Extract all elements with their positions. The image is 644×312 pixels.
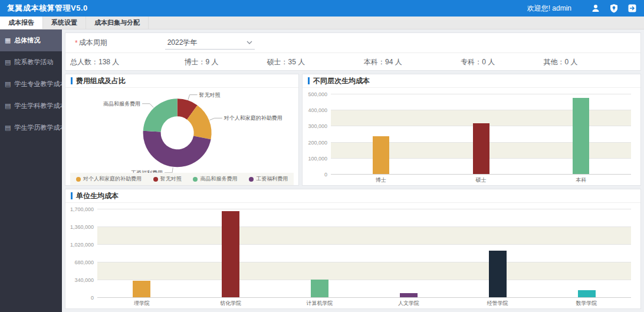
sidebar-item-label: 总体情况	[14, 36, 40, 45]
tab-1[interactable]: 系统设置	[43, 17, 86, 29]
card-title: 费用组成及占比	[65, 74, 298, 88]
welcome-text: 欢迎您! admin	[527, 4, 571, 14]
cost-period-form: * 成本周期 2022学年	[65, 33, 640, 52]
user-icon[interactable]	[590, 4, 600, 14]
y-axis-tick-label: 200,000	[303, 140, 327, 146]
cost-period-select[interactable]: 2022学年	[165, 37, 255, 50]
split-area-band	[97, 226, 631, 244]
sidebar-item-2[interactable]: ▤学生专业教学成本	[0, 73, 62, 95]
gridline	[97, 297, 631, 298]
x-axis-tick-label: 理学院	[134, 300, 150, 307]
bar-理学院[interactable]	[133, 281, 150, 297]
bar-本科[interactable]	[573, 98, 589, 174]
menu-item-icon: ▤	[5, 58, 11, 66]
donut-slice-label: 商品和服务费用	[103, 101, 140, 107]
gridline	[331, 174, 631, 175]
x-axis-tick-label: 数学学院	[576, 300, 597, 307]
sidebar-item-4[interactable]: ▤学生学历教学成本	[0, 117, 62, 139]
stat-5: 其他：0 人	[544, 57, 640, 67]
filter-stats-card: * 成本周期 2022学年 总人数：138 人博士：9 人硕士：35 人本科：9…	[65, 32, 641, 71]
unit-cost-card: 单位生均成本 0340,000680,0001,020,0001,360,000…	[65, 189, 641, 309]
stat-2: 硕士：35 人	[267, 57, 364, 67]
y-axis-tick-label: 1,360,000	[65, 224, 94, 230]
legend-label: 商品和服务费用	[200, 175, 237, 183]
legend-item-0[interactable]: 对个人和家庭的补助费用	[76, 175, 142, 183]
x-axis-tick-label: 硕士	[476, 176, 487, 184]
sidebar-item-label: 院系教学活动	[14, 58, 53, 67]
legend-label: 暂无对照	[160, 175, 182, 183]
expense-composition-card: 费用组成及占比 暂无对照对个人和家庭的补助费用工资福利费用商品和服务费用 对个人…	[65, 74, 299, 186]
legend-label: 工资福利费用	[256, 175, 288, 183]
x-axis-tick-label: 人文学院	[398, 300, 419, 307]
y-axis-tick-label: 340,000	[65, 277, 94, 283]
legend-item-3[interactable]: 工资福利费用	[249, 175, 288, 183]
gridline	[97, 209, 631, 209]
shield-icon[interactable]	[609, 4, 619, 14]
tab-0[interactable]: 成本报告	[0, 17, 43, 29]
legend-item-1[interactable]: 暂无对照	[153, 175, 182, 183]
menu-item-icon: ▤	[5, 102, 11, 110]
sidebar-item-label: 学生学科教学成本	[14, 101, 66, 110]
bar-数学学院[interactable]	[578, 290, 596, 297]
stat-0: 总人数：138 人	[70, 57, 184, 67]
sidebar-item-1[interactable]: ▤院系教学活动	[0, 51, 62, 73]
gridline	[97, 262, 631, 262]
bar-硕士[interactable]	[473, 123, 489, 174]
unit-cost-bar-chart: 0340,000680,0001,020,0001,360,0001,700,0…	[65, 203, 640, 308]
app-header: 复翼成本核算管理V5.0 欢迎您! admin	[0, 0, 644, 17]
donut-legend: 对个人和家庭的补助费用暂无对照商品和服务费用工资福利费用	[70, 173, 294, 185]
app-title: 复翼成本核算管理V5.0	[7, 3, 88, 14]
y-axis-tick-label: 0	[303, 172, 327, 178]
legend-item-2[interactable]: 商品和服务费用	[193, 175, 237, 183]
y-axis-tick-label: 1,700,000	[65, 206, 94, 212]
sidebar-item-label: 学生学历教学成本	[14, 123, 66, 132]
y-axis-tick-label: 680,000	[65, 260, 94, 265]
bar-博士[interactable]	[373, 136, 389, 174]
cost-period-value: 2022学年	[167, 38, 198, 48]
logout-icon[interactable]	[627, 4, 637, 14]
donut-slice-label: 工资福利费用	[131, 170, 163, 173]
main-content: * 成本周期 2022学年 总人数：138 人博士：9 人硕士：35 人本科：9…	[62, 29, 644, 312]
menu-item-icon: ▦	[5, 37, 11, 44]
legend-label: 对个人和家庭的补助费用	[83, 175, 142, 183]
x-axis-tick-label: 计算机学院	[307, 300, 333, 307]
donut-slice-label: 对个人和家庭的补助费用	[224, 115, 282, 121]
y-axis-tick-label: 300,000	[303, 123, 327, 129]
donut-label-line	[142, 104, 153, 108]
chevron-down-icon	[247, 41, 252, 45]
charts-row: 费用组成及占比 暂无对照对个人和家庭的补助费用工资福利费用商品和服务费用 对个人…	[65, 74, 641, 186]
title-accent-bar	[308, 77, 310, 84]
unit-cost-title: 单位生均成本	[76, 191, 119, 201]
bar-经管学院[interactable]	[489, 251, 507, 297]
card-title: 单位生均成本	[65, 189, 640, 203]
sidebar-nav: ▦总体情况▤院系教学活动▤学生专业教学成本▤学生学科教学成本▤学生学历教学成本	[0, 29, 62, 312]
bar-人文学院[interactable]	[400, 293, 418, 298]
sidebar-item-0[interactable]: ▦总体情况	[0, 29, 62, 51]
title-accent-bar	[71, 77, 73, 84]
level-cost-bar-chart: 0100,000200,000300,000400,000500,000博士硕士…	[303, 88, 640, 185]
menu-item-icon: ▤	[5, 80, 11, 88]
gridline	[331, 94, 631, 94]
donut-label-line	[209, 118, 222, 120]
bar-纺化学院[interactable]	[222, 211, 239, 297]
split-area-band	[97, 262, 631, 280]
expense-composition-title: 费用组成及占比	[76, 76, 126, 86]
donut-slice-label: 暂无对照	[199, 92, 221, 98]
gridline	[97, 226, 631, 227]
stat-3: 本科：94 人	[364, 57, 461, 67]
bar-计算机学院[interactable]	[311, 280, 328, 297]
x-axis-tick-label: 经管学院	[487, 300, 508, 307]
gridline	[97, 280, 631, 280]
menu-item-icon: ▤	[5, 124, 11, 132]
sidebar-item-label: 学生专业教学成本	[14, 80, 66, 88]
y-axis-tick-label: 400,000	[303, 107, 327, 113]
y-axis-tick-label: 1,020,000	[65, 242, 94, 248]
sidebar-item-3[interactable]: ▤学生学科教学成本	[0, 95, 62, 117]
y-axis-tick-label: 500,000	[303, 91, 327, 97]
title-accent-bar	[71, 192, 73, 199]
x-axis-tick-label: 本科	[576, 176, 586, 184]
tab-2[interactable]: 成本归集与分配	[86, 17, 149, 29]
level-cost-title: 不同层次生均成本	[313, 76, 370, 86]
top-tabbar: 成本报告系统设置成本归集与分配	[0, 17, 644, 29]
y-axis-tick-label: 100,000	[303, 156, 327, 162]
